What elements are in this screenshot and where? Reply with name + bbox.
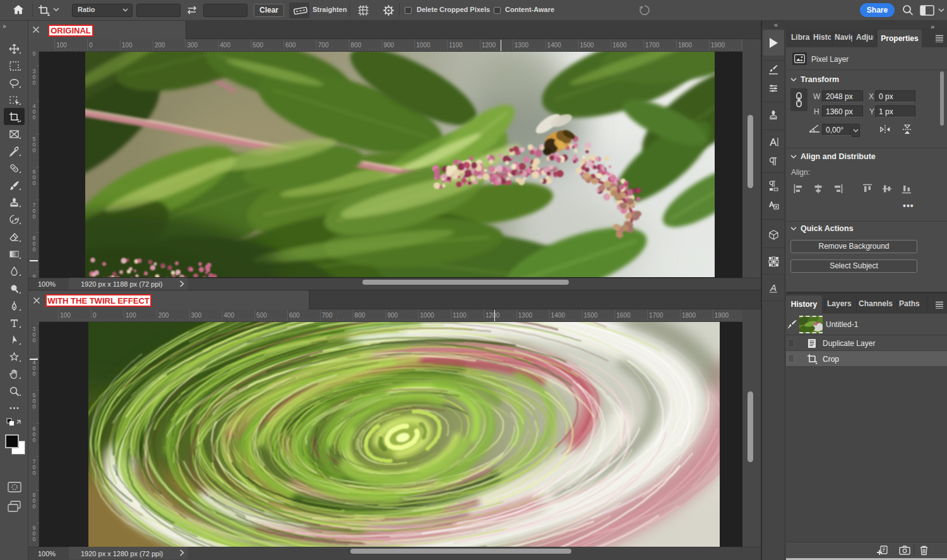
svg-text:1200: 1200: [485, 312, 500, 319]
svg-text:800: 800: [351, 42, 362, 49]
svg-text:0: 0: [93, 312, 97, 319]
svg-text:0: 0: [32, 371, 35, 377]
svg-text:0: 0: [32, 147, 35, 153]
svg-text:1300: 1300: [518, 312, 533, 319]
svg-text:500: 500: [256, 312, 267, 319]
svg-text:1900: 1900: [715, 312, 729, 319]
svg-text:0: 0: [32, 52, 35, 57]
svg-text:1600: 1600: [612, 42, 627, 49]
svg-text:300: 300: [188, 42, 198, 49]
svg-text:300: 300: [191, 312, 202, 319]
svg-text:100: 100: [122, 42, 133, 49]
svg-text:200: 200: [158, 312, 169, 319]
svg-text:1900: 1900: [711, 42, 725, 49]
svg-text:1000: 1000: [416, 42, 431, 49]
svg-text:100: 100: [56, 42, 67, 49]
svg-text:0: 0: [32, 470, 35, 476]
svg-text:900: 900: [388, 312, 398, 319]
svg-text:1800: 1800: [682, 312, 696, 319]
svg-text:0: 0: [32, 403, 35, 410]
svg-text:900: 900: [384, 42, 395, 49]
svg-text:0: 0: [32, 503, 35, 509]
svg-text:200: 200: [155, 42, 165, 49]
svg-text:1400: 1400: [551, 312, 566, 319]
svg-text:700: 700: [322, 312, 333, 319]
svg-text:0: 0: [32, 114, 35, 121]
svg-text:9: 9: [32, 273, 35, 278]
svg-text:1800: 1800: [678, 42, 693, 49]
svg-text:0: 0: [32, 536, 35, 542]
svg-text:1200: 1200: [482, 42, 496, 49]
svg-text:0: 0: [32, 246, 35, 253]
svg-text:1100: 1100: [453, 312, 467, 319]
svg-text:600: 600: [289, 312, 300, 319]
svg-text:0: 0: [32, 337, 35, 343]
svg-text:A: A: [770, 283, 777, 293]
svg-text:500: 500: [253, 42, 263, 49]
svg-text:1400: 1400: [547, 42, 562, 49]
svg-text:1000: 1000: [420, 312, 434, 319]
svg-text:0: 0: [32, 437, 35, 443]
svg-text:1700: 1700: [649, 312, 664, 319]
svg-text:0: 0: [32, 180, 35, 186]
svg-text:1300: 1300: [515, 42, 529, 49]
svg-text:100: 100: [60, 312, 71, 319]
svg-text:400: 400: [220, 42, 230, 49]
svg-text:1500: 1500: [583, 312, 598, 319]
svg-text:100: 100: [126, 312, 136, 319]
svg-text:0: 0: [32, 213, 35, 220]
svg-text:600: 600: [285, 42, 296, 49]
svg-text:700: 700: [318, 42, 329, 49]
svg-text:0: 0: [32, 80, 35, 86]
svg-text:1500: 1500: [580, 42, 594, 49]
svg-text:1600: 1600: [616, 312, 631, 319]
svg-text:1700: 1700: [645, 42, 660, 49]
svg-text:1100: 1100: [449, 42, 463, 49]
svg-text:0: 0: [89, 42, 93, 49]
svg-text:800: 800: [355, 312, 366, 319]
svg-text:400: 400: [223, 312, 234, 319]
